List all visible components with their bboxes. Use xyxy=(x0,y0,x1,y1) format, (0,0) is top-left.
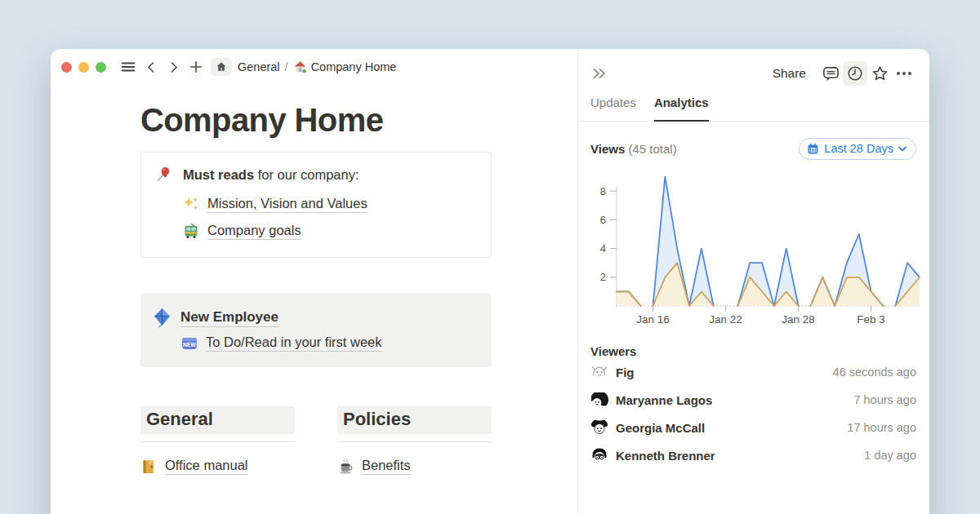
tab-analytics[interactable]: Analytics xyxy=(654,95,709,122)
views-chart-container: 2468Jan 16Jan 22Jan 28Feb 3 xyxy=(590,166,916,333)
house-emoji-icon xyxy=(293,60,307,74)
svg-text:Jan 16: Jan 16 xyxy=(636,313,670,326)
views-chart: 2468Jan 16Jan 22Jan 28Feb 3 xyxy=(584,166,927,335)
section-heading-policies: Policies xyxy=(337,406,492,434)
viewer-time: 46 seconds ago xyxy=(833,366,916,379)
page-link-first-week-todo[interactable]: To Do/Read in your first week xyxy=(206,335,382,352)
main-area: General / Company Home Company Home Must… xyxy=(51,49,577,514)
breadcrumb-current[interactable]: Company Home xyxy=(311,60,397,73)
window-controls xyxy=(61,62,106,73)
coffee-icon xyxy=(337,459,354,475)
column-general: General Office manual xyxy=(140,406,295,475)
page-columns: General Office manual Policies xyxy=(140,406,492,475)
share-button[interactable]: Share xyxy=(773,66,806,81)
viewer-name: Kenneth Brenner xyxy=(616,449,715,463)
list-item: Company goals xyxy=(183,219,478,243)
avatar xyxy=(590,391,608,409)
views-total: (45 total) xyxy=(628,142,676,156)
new-employee-box: New Employee NEW To Do/Read in your firs… xyxy=(140,294,492,367)
section-heading-general: General xyxy=(140,406,295,434)
minimize-window-button[interactable] xyxy=(78,62,89,73)
divider xyxy=(140,441,295,442)
app-window: General / Company Home Company Home Must… xyxy=(51,49,929,514)
list-item: Office manual xyxy=(140,458,295,475)
svg-text:NEW: NEW xyxy=(183,341,196,347)
panel-header: Share xyxy=(590,59,916,88)
viewer-row[interactable]: Kenneth Brenner 1 day ago xyxy=(590,441,916,469)
tab-updates[interactable]: Updates xyxy=(590,95,636,121)
favorite-star-icon[interactable] xyxy=(867,61,892,86)
must-reads-callout: Must reads for our company: Mission, Vis… xyxy=(140,152,492,258)
zoom-window-button[interactable] xyxy=(96,62,106,73)
svg-text:Feb 3: Feb 3 xyxy=(857,313,885,326)
viewer-time: 7 hours ago xyxy=(853,393,916,406)
panel-tabs: Updates Analytics xyxy=(578,95,929,122)
breadcrumb-root[interactable]: General xyxy=(238,60,280,73)
updates-history-icon[interactable] xyxy=(843,61,867,86)
new-badge-icon: NEW xyxy=(181,335,198,352)
viewer-row[interactable]: Fig 46 seconds ago xyxy=(590,358,916,386)
sidebar-menu-icon[interactable] xyxy=(119,58,137,76)
date-range-button[interactable]: Last 28 Days xyxy=(799,138,916,160)
tram-icon xyxy=(183,223,199,239)
column-policies: Policies Benefits xyxy=(337,406,492,475)
svg-text:4: 4 xyxy=(600,242,606,255)
svg-text:6: 6 xyxy=(600,214,606,226)
breadcrumb-separator: / xyxy=(284,60,289,73)
viewer-row[interactable]: Georgia McCall 17 hours ago xyxy=(590,414,916,441)
viewer-row[interactable]: Maryanne Lagos 7 hours ago xyxy=(590,386,916,414)
notebook-icon xyxy=(140,459,157,475)
breadcrumb: General / Company Home xyxy=(238,60,396,74)
svg-text:2: 2 xyxy=(600,271,606,283)
page-content: Company Home Must reads for our company:… xyxy=(140,100,492,475)
svg-text:Jan 22: Jan 22 xyxy=(709,313,742,326)
date-range-label: Last 28 Days xyxy=(824,142,893,155)
views-label: Views (45 total) xyxy=(590,142,677,156)
list-item: Mission, Vision and Values xyxy=(183,192,478,216)
callout-text: Must reads for our company: xyxy=(183,165,359,184)
new-page-icon[interactable] xyxy=(188,59,204,75)
avatar xyxy=(590,419,608,436)
viewer-time: 17 hours ago xyxy=(847,421,916,434)
close-window-button[interactable] xyxy=(61,62,72,73)
divider xyxy=(337,441,492,442)
viewer-time: 1 day ago xyxy=(864,449,916,462)
viewer-name: Fig xyxy=(616,366,635,379)
page-link-company-goals[interactable]: Company goals xyxy=(207,223,301,240)
page-link-office-manual[interactable]: Office manual xyxy=(165,458,248,475)
forward-icon[interactable] xyxy=(166,60,181,75)
viewers-label: Viewers xyxy=(590,344,916,358)
sparkles-icon xyxy=(183,196,199,212)
list-item: Benefits xyxy=(337,458,492,475)
more-options-icon[interactable] xyxy=(892,61,916,86)
analytics-panel: Share Updates Analytics Views (45 total) xyxy=(577,49,929,514)
chevron-down-icon xyxy=(898,146,906,152)
viewer-name: Maryanne Lagos xyxy=(616,393,712,407)
avatar xyxy=(590,363,608,381)
calendar-icon xyxy=(807,143,819,155)
pushpin-icon xyxy=(154,165,172,183)
viewer-name: Georgia McCall xyxy=(616,421,705,435)
page-link-benefits[interactable]: Benefits xyxy=(362,458,411,475)
page-link-new-employee[interactable]: New Employee xyxy=(180,309,278,327)
comments-icon[interactable] xyxy=(818,61,843,86)
page-link-mission-vision-values[interactable]: Mission, Vision and Values xyxy=(207,196,368,213)
page-title: Company Home xyxy=(140,100,492,140)
window-toolbar: General / Company Home xyxy=(51,49,577,85)
kite-icon xyxy=(152,308,172,328)
collapse-panel-icon[interactable] xyxy=(590,64,608,82)
home-icon[interactable] xyxy=(211,58,232,76)
views-header-row: Views (45 total) Last 28 Days xyxy=(590,137,916,160)
svg-text:Jan 28: Jan 28 xyxy=(782,313,815,326)
avatar xyxy=(590,446,608,464)
back-icon[interactable] xyxy=(144,60,159,75)
svg-text:8: 8 xyxy=(600,185,606,197)
